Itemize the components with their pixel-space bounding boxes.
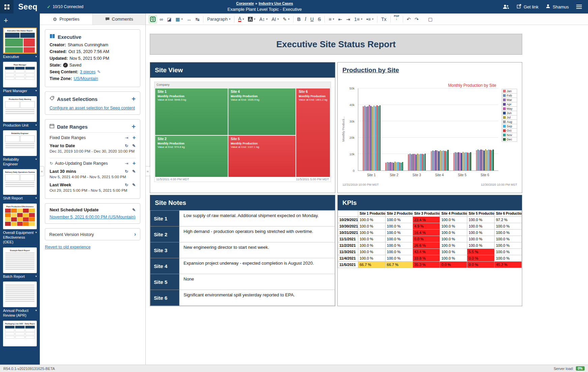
legend-item-jan[interactable]: Jan — [502, 89, 517, 94]
refresh-icon[interactable]: ↻ — [125, 183, 128, 187]
treemap-cell-site4[interactable]: Site 4Monthly ProductionValue at End: 15… — [228, 88, 296, 135]
sidebar-page-reliability-engineer[interactable]: Reliability EngineerReliability Engineer… — [3, 130, 37, 167]
refresh-icon[interactable]: ↻ — [125, 143, 128, 148]
timezone-link[interactable]: US/Mountain — [74, 76, 98, 81]
bold-button[interactable]: B — [296, 15, 302, 24]
text-color-button[interactable]: A▾ — [236, 15, 246, 24]
insert-seeq-content-button[interactable]: Q — [148, 15, 157, 24]
page-thumbnail[interactable]: Refinery Daily Operations Summary — [3, 169, 37, 195]
treemap-cell-site2[interactable]: Site 2Monthly ProductionValue at End: 97… — [155, 136, 228, 177]
seeq-content-link[interactable]: 3 pieces — [80, 70, 96, 74]
font-family-button[interactable]: AI▾ — [270, 15, 280, 24]
users-icon[interactable] — [503, 4, 509, 9]
sidebar-page-batch-report[interactable]: Example Batch ReportBatch Report▾ — [3, 247, 37, 279]
sidebar-page-shift-report[interactable]: Refinery Daily Operations SummaryShift R… — [3, 169, 37, 201]
highlight-color-button[interactable]: A▾ — [246, 15, 257, 24]
fixed-width-button[interactable]: ↔ — [185, 15, 193, 24]
chevron-down-icon[interactable]: ▾ — [35, 124, 37, 127]
user-menu-button[interactable]: Shamus — [546, 4, 569, 9]
chevron-down-icon[interactable]: ▾ — [35, 158, 37, 161]
hamburger-menu-icon[interactable] — [576, 5, 582, 9]
insert-table-button[interactable]: ▦▾ — [174, 15, 184, 24]
document-area[interactable]: Executive Site Status Report Site View C… — [146, 25, 588, 365]
page-thumbnail[interactable]: Production Daily Meeting — [3, 96, 37, 122]
page-thumbnail[interactable]: Plant Manager — [3, 62, 37, 87]
chevron-down-icon[interactable]: ▾ — [35, 196, 37, 200]
chevron-down-icon[interactable]: ▾ — [35, 275, 37, 278]
decrease-indent-button[interactable]: ⇤ — [336, 15, 344, 24]
step-to-end-icon[interactable]: ⇥ — [125, 135, 129, 140]
date-range-last-week[interactable]: Last Week ↻ ✎ Oct 29, 2021 5:00 PM - Nov… — [50, 181, 136, 195]
recent-version-history-button[interactable]: Recent Version History › — [45, 228, 140, 240]
get-link-button[interactable]: Get link — [517, 4, 538, 9]
add-auto-range-button[interactable]: + — [133, 161, 136, 166]
page-thumbnail[interactable]: Example Batch Report — [3, 247, 37, 273]
legend-item-feb[interactable]: Feb — [502, 93, 517, 98]
legend-item-oct[interactable]: Oct — [502, 128, 517, 133]
edit-icon[interactable]: ✎ — [132, 183, 136, 187]
apps-menu-button[interactable] — [0, 0, 13, 14]
legend-item-jul[interactable]: Jul — [502, 115, 517, 120]
edit-icon[interactable]: ✎ — [132, 143, 136, 148]
italic-button[interactable]: I — [303, 15, 308, 24]
tab-comments[interactable]: Comments — [93, 14, 145, 25]
legend-item-mar[interactable]: Mar — [502, 98, 517, 102]
export-pdf-button[interactable]: PDF↓ — [393, 15, 401, 24]
legend-item-nov[interactable]: Nov — [502, 133, 517, 137]
insert-link-button[interactable]: ∞ — [158, 15, 165, 24]
sidebar-page-overall-equipment-effectiveness-oee[interactable]: Plant Production EffectivenessOverall Eq… — [3, 204, 37, 245]
add-asset-selection-button[interactable]: + — [132, 96, 136, 102]
legend-item-aug[interactable]: Aug — [502, 119, 517, 124]
sidebar-page-executive[interactable]: Executive Site Status ReportExecutive▾ — [3, 28, 37, 59]
page-break-button[interactable]: ↹ — [194, 15, 201, 24]
legend-item-dec[interactable]: Dec — [502, 137, 517, 142]
date-range-last-30-mins[interactable]: Last 30 mins ↻ ✎ Nov 5, 2021 4:00 PM - N… — [50, 168, 136, 181]
insert-signature-button[interactable]: ✎▾ — [281, 15, 291, 24]
legend-item-sep[interactable]: Sep — [502, 124, 517, 129]
next-scheduled-update-link[interactable]: November 5, 2021 6:00:00 PM (US/Mountain… — [50, 215, 135, 219]
increase-indent-button[interactable]: ⇥ — [344, 15, 352, 24]
page-thumbnail[interactable]: Reliability Engineer — [3, 130, 37, 156]
undo-button[interactable]: ↶ — [405, 15, 413, 24]
breadcrumb-corporate[interactable]: Corporate — [236, 1, 254, 5]
underline-button[interactable]: U — [309, 15, 315, 24]
breadcrumb-industry-use-cases[interactable]: Industry Use Cases — [259, 1, 293, 5]
revert-to-old-experience-link[interactable]: Revert to old experience — [45, 245, 91, 249]
collapse-sidebar-handle[interactable]: « — [40, 166, 44, 176]
configure-asset-selection-link[interactable]: Configure an asset selection for Seeq co… — [50, 106, 135, 110]
date-range-year-to-date[interactable]: Year to Date ↻ ✎ Dec 31, 2019 10:00 PM -… — [50, 142, 136, 156]
seeq-logo[interactable]: Seeq — [18, 2, 37, 11]
add-page-button[interactable]: + — [4, 17, 10, 24]
edit-icon[interactable]: ✎ — [132, 208, 136, 212]
fixed-width-view-button[interactable]: ▢ — [426, 15, 434, 24]
legend-item-jun[interactable]: Jun — [502, 111, 517, 115]
add-fixed-range-button[interactable]: + — [133, 135, 136, 140]
sidebar-page-packaging-line-oee-daily-report[interactable]: Packaging Line OEE - Daily Report — [3, 321, 37, 346]
sidebar-page-plant-manager[interactable]: Plant ManagerPlant Manager▾ — [3, 62, 37, 93]
edit-icon[interactable]: ✎ — [132, 169, 136, 174]
sidebar-page-production-unit[interactable]: Production Daily MeetingProduction Unit▾ — [3, 96, 37, 128]
chevron-down-icon[interactable]: ▾ — [35, 55, 37, 58]
page-thumbnail[interactable] — [3, 282, 37, 307]
redo-button[interactable]: ↷ — [413, 15, 420, 24]
chevron-down-icon[interactable]: ▾ — [35, 231, 37, 234]
chevron-down-icon[interactable]: ▾ — [35, 89, 37, 92]
sidebar-page-annual-product-review-apr[interactable]: Annual Product Review (APR)▾ — [3, 282, 37, 318]
clear-formatting-button[interactable]: Tx — [380, 15, 388, 24]
ordered-list-button[interactable]: 1≡▾ — [353, 15, 364, 24]
tab-properties[interactable]: ⚙ Properties — [40, 14, 93, 25]
align-button[interactable]: ≡▾ — [327, 15, 336, 24]
collapse-properties-handle[interactable]: « — [146, 166, 150, 176]
unordered-list-button[interactable]: •≡▾ — [365, 15, 375, 24]
refresh-icon[interactable]: ↻ — [125, 169, 128, 174]
add-date-range-button[interactable]: + — [132, 123, 136, 130]
font-size-button[interactable]: A↕▾ — [258, 15, 269, 24]
page-thumbnail[interactable]: Packaging Line OEE - Daily Report — [3, 321, 37, 346]
page-thumbnail[interactable]: Executive Site Status Report — [3, 28, 37, 53]
legend-item-apr[interactable]: Apr — [502, 102, 517, 107]
strikethrough-button[interactable]: S — [316, 15, 323, 24]
edit-icon[interactable]: ✎ — [97, 70, 101, 74]
chevron-down-icon[interactable]: ▾ — [35, 309, 37, 312]
treemap-cell-site6[interactable]: Site 6Monthly ProductionValue at End: 18… — [296, 88, 330, 177]
treemap-cell-site5[interactable]: Site 5Monthly ProductionValue at End: 11… — [228, 136, 296, 177]
